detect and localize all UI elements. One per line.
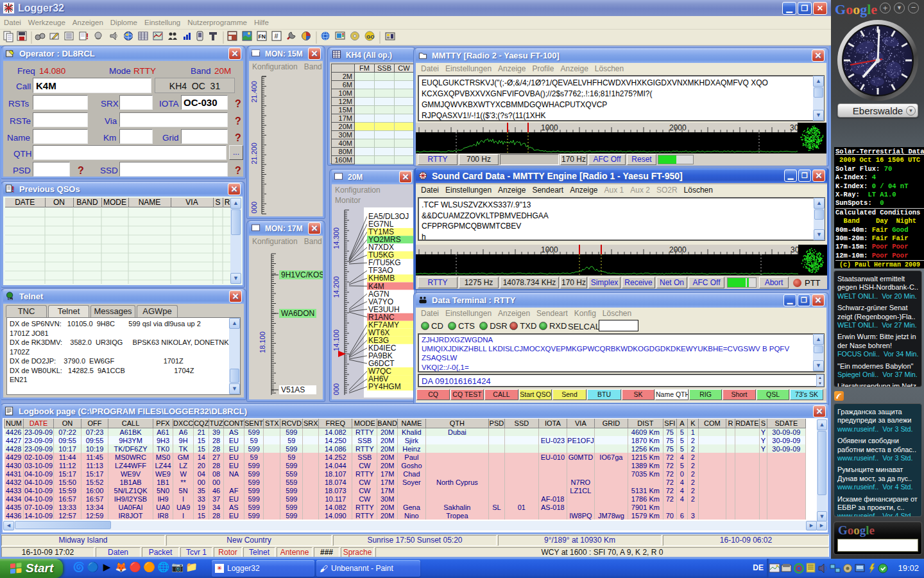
svg-text:PY4HGM: PY4HGM: [368, 382, 401, 391]
svg-text:!: !: [86, 32, 89, 41]
svg-text:14.200: 14.200: [332, 276, 340, 298]
svg-text:2000: 2000: [669, 123, 687, 132]
svg-text:GO: GO: [366, 34, 374, 40]
svg-text:1000: 1000: [541, 123, 558, 132]
svg-text:9H1VC/KOS.: 9H1VC/KOS.: [281, 270, 323, 279]
svg-text:WA6DON: WA6DON: [281, 309, 314, 318]
svg-text:000: 000: [332, 383, 340, 395]
svg-text:21.400: 21.400: [250, 81, 258, 103]
svg-text:21.200: 21.200: [250, 143, 258, 164]
svg-text:FN: FN: [259, 33, 266, 40]
svg-text:1000: 1000: [541, 245, 558, 254]
svg-text:!: !: [12, 185, 14, 194]
svg-text:18.100: 18.100: [259, 331, 266, 353]
svg-text:2000: 2000: [669, 245, 687, 254]
svg-text:14.100: 14.100: [332, 329, 340, 351]
svg-text:000: 000: [250, 202, 258, 213]
svg-text:V51AS: V51AS: [281, 385, 305, 394]
svg-text:14.300: 14.300: [332, 227, 340, 249]
svg-text:#: #: [275, 32, 279, 40]
